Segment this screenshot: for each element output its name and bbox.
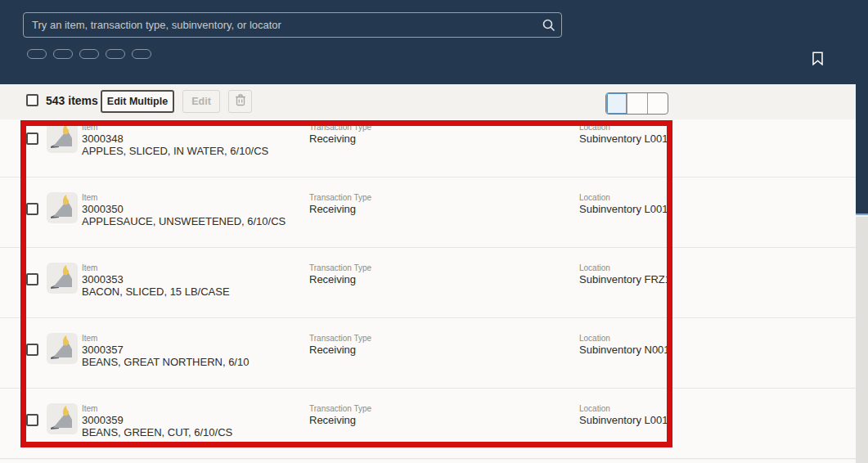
tab-locator-defaults[interactable] xyxy=(647,93,668,114)
item-thumbnail xyxy=(47,263,78,294)
item-description: BEANS, GREAT NORTHERN, 6/10 xyxy=(82,356,249,368)
row-checkbox[interactable] xyxy=(26,203,38,215)
bookmark-icon[interactable] xyxy=(808,49,826,67)
item-label: Item xyxy=(82,263,97,272)
tab-subinventory-defaults[interactable] xyxy=(627,93,647,114)
item-label: Item xyxy=(82,404,97,413)
item-thumbnail xyxy=(47,192,78,223)
transaction-type-value: Receiving xyxy=(309,273,356,285)
item-label: Item xyxy=(82,193,97,202)
item-description: APPLESAUCE, UNSWEETENED, 6/10/CS xyxy=(82,215,286,227)
item-label: Item xyxy=(82,123,97,132)
transaction-type-label: Transaction Type xyxy=(309,263,371,272)
location-label: Location xyxy=(579,263,610,272)
app-window: 543 items Edit Multiple Edit xyxy=(0,0,868,463)
transaction-type-label: Transaction Type xyxy=(309,334,371,343)
filter-chip-transaction-type[interactable] xyxy=(53,49,73,59)
item-list: Item 3000348 APPLES, SLICED, IN WATER, 6… xyxy=(0,119,856,459)
filter-chip-item[interactable] xyxy=(27,49,47,59)
trash-icon xyxy=(235,94,246,109)
location-value: Subinventory FRZ1 xyxy=(579,273,671,285)
scrollbar-rail-top[interactable] xyxy=(856,84,868,215)
location-value: Subinventory L001 xyxy=(579,414,668,426)
row-checkbox[interactable] xyxy=(26,133,38,145)
item-row[interactable]: Item 3000348 APPLES, SLICED, IN WATER, 6… xyxy=(0,119,856,178)
header xyxy=(0,0,868,84)
item-description: APPLES, SLICED, IN WATER, 6/10/CS xyxy=(82,145,268,157)
filter-chip-bar xyxy=(27,49,151,59)
item-thumbnail xyxy=(47,403,78,434)
item-number: 3000350 xyxy=(82,203,124,215)
toolbar: 543 items Edit Multiple Edit xyxy=(0,84,856,119)
edit-multiple-button[interactable]: Edit Multiple xyxy=(101,90,174,113)
item-number: 3000357 xyxy=(82,344,124,356)
item-row[interactable]: Item 3000353 BACON, SLICED, 15 LB/CASE T… xyxy=(0,248,856,318)
location-label: Location xyxy=(579,334,610,343)
tab-all[interactable] xyxy=(606,93,627,114)
item-thumbnail xyxy=(47,122,78,153)
view-tabs xyxy=(605,92,668,115)
transaction-type-value: Receiving xyxy=(309,133,356,145)
row-checkbox[interactable] xyxy=(26,273,38,285)
transaction-type-label: Transaction Type xyxy=(309,404,371,413)
item-thumbnail xyxy=(47,333,78,364)
select-all-checkbox[interactable] xyxy=(26,94,38,106)
search-icon[interactable] xyxy=(537,13,561,38)
transaction-type-value: Receiving xyxy=(309,414,356,426)
item-row[interactable]: Item 3000350 APPLESAUCE, UNSWEETENED, 6/… xyxy=(0,178,856,248)
item-number: 3000359 xyxy=(82,414,124,426)
location-value: Subinventory N001 xyxy=(579,344,670,356)
row-checkbox[interactable] xyxy=(26,344,38,356)
location-value: Subinventory L001 xyxy=(579,133,668,145)
transaction-type-label: Transaction Type xyxy=(309,123,371,132)
scrollbar-rail-bottom[interactable] xyxy=(856,217,868,463)
filter-chip-subinventory[interactable] xyxy=(79,49,99,59)
location-label: Location xyxy=(579,123,610,132)
item-description: BEANS, GREEN, CUT, 6/10/CS xyxy=(82,426,232,438)
item-number: 3000353 xyxy=(82,273,124,285)
item-label: Item xyxy=(82,334,97,343)
location-value: Subinventory L001 xyxy=(579,203,668,215)
transaction-type-label: Transaction Type xyxy=(309,193,371,202)
next-row-sliver xyxy=(0,460,856,463)
items-count: 543 items xyxy=(46,94,98,107)
item-number: 3000348 xyxy=(82,133,124,145)
transaction-type-value: Receiving xyxy=(309,203,356,215)
item-description: BACON, SLICED, 15 LB/CASE xyxy=(82,285,230,298)
filter-chip-filters[interactable] xyxy=(132,49,151,59)
search-box xyxy=(23,12,562,38)
row-checkbox[interactable] xyxy=(26,414,38,426)
item-row[interactable]: Item 3000357 BEANS, GREAT NORTHERN, 6/10… xyxy=(0,318,856,389)
location-label: Location xyxy=(579,193,610,202)
search-input[interactable] xyxy=(24,19,537,31)
delete-button[interactable] xyxy=(228,90,252,113)
location-label: Location xyxy=(579,404,610,413)
filter-chip-locator[interactable] xyxy=(106,49,125,59)
edit-button[interactable]: Edit xyxy=(182,90,220,113)
transaction-type-value: Receiving xyxy=(309,344,356,356)
item-row[interactable]: Item 3000359 BEANS, GREEN, CUT, 6/10/CS … xyxy=(0,389,856,459)
